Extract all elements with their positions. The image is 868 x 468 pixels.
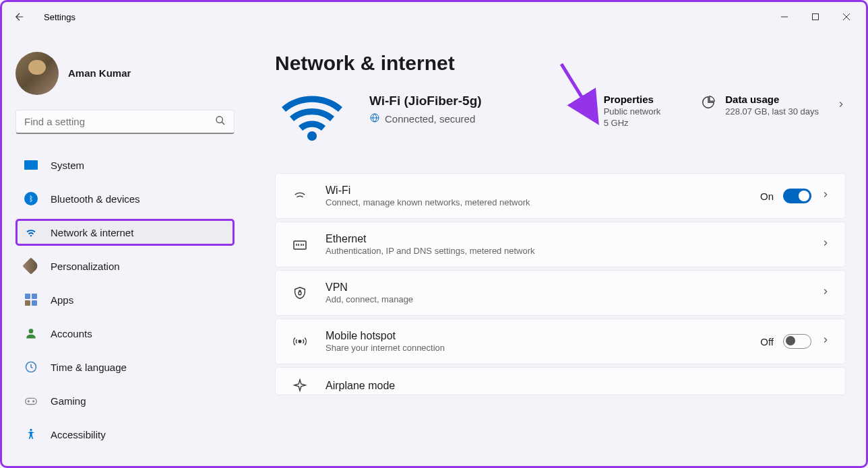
search-icon — [215, 115, 226, 129]
card-sub: Connect, manage known networks, metered … — [326, 197, 744, 207]
svg-point-8 — [30, 429, 32, 431]
sidebar-item-accounts[interactable]: Accounts — [16, 320, 235, 347]
card-sub: Share your internet connection — [326, 343, 744, 353]
hotspot-icon — [290, 334, 309, 349]
user-section[interactable]: Aman Kumar — [16, 32, 235, 110]
gaming-icon — [24, 393, 38, 408]
sidebar-item-label: System — [51, 160, 84, 171]
properties-title: Properties — [604, 94, 661, 105]
sidebar-item-system[interactable]: System — [16, 152, 235, 178]
svg-rect-12 — [299, 292, 301, 295]
properties-line2: 5 GHz — [604, 118, 661, 129]
network-header: Wi-Fi (JioFiber-5g) Connected, secured P… — [275, 94, 846, 147]
svg-point-3 — [29, 329, 34, 333]
app-title: Settings — [44, 12, 75, 22]
card-sub: Authentication, IP and DNS settings, met… — [326, 246, 805, 256]
toggle-label: Off — [760, 336, 774, 347]
wifi-toggle[interactable] — [783, 189, 811, 203]
chevron-right-icon — [836, 100, 846, 112]
svg-rect-1 — [813, 14, 819, 20]
svg-point-13 — [299, 340, 301, 343]
hotspot-card[interactable]: Mobile hotspot Share your internet conne… — [275, 319, 846, 364]
airplane-card[interactable]: Airplane mode — [275, 367, 846, 395]
card-title: VPN — [326, 281, 805, 294]
svg-point-6 — [28, 401, 29, 402]
sidebar-item-bluetooth[interactable]: ᛒ Bluetooth & devices — [16, 185, 235, 212]
sidebar-item-gaming[interactable]: Gaming — [16, 387, 235, 414]
search-input[interactable] — [24, 116, 215, 127]
globe-icon — [369, 112, 380, 125]
minimize-button[interactable] — [769, 6, 800, 28]
user-name: Aman Kumar — [68, 67, 131, 79]
info-icon — [580, 95, 594, 112]
main-content: Network & internet Wi-Fi (JioFiber-5g) C… — [248, 32, 866, 466]
wifi-icon — [290, 189, 309, 203]
accounts-icon — [24, 326, 38, 341]
sidebar-item-label: Apps — [51, 294, 73, 306]
wifi-card[interactable]: Wi-Fi Connect, manage known networks, me… — [275, 173, 846, 219]
back-button[interactable] — [6, 3, 33, 30]
data-usage-title: Data usage — [725, 94, 819, 105]
card-title: Airplane mode — [326, 380, 830, 392]
system-icon — [24, 158, 38, 172]
properties-line1: Public network — [604, 106, 661, 118]
wifi-info: Wi-Fi (JioFiber-5g) Connected, secured — [369, 94, 482, 125]
sidebar-item-apps[interactable]: Apps — [16, 286, 235, 313]
hotspot-toggle[interactable] — [783, 334, 811, 349]
svg-rect-5 — [26, 398, 37, 404]
settings-list: Wi-Fi Connect, manage known networks, me… — [275, 173, 846, 395]
svg-point-7 — [33, 401, 34, 402]
svg-rect-11 — [294, 241, 306, 249]
sidebar-item-network[interactable]: Network & internet — [16, 219, 235, 246]
sidebar-item-label: Time & language — [51, 362, 127, 373]
chevron-right-icon — [821, 287, 830, 299]
sidebar-item-accessibility[interactable]: Accessibility — [16, 421, 235, 448]
data-usage-icon — [701, 95, 716, 112]
time-icon — [24, 360, 38, 374]
minimize-icon — [780, 13, 788, 21]
wifi-icon — [24, 225, 38, 240]
back-arrow-icon — [13, 11, 26, 23]
maximize-icon — [811, 13, 819, 21]
card-title: Ethernet — [326, 233, 805, 245]
wifi-large-icon — [275, 94, 349, 147]
svg-point-2 — [216, 116, 222, 123]
chevron-right-icon — [821, 238, 830, 250]
maximize-button[interactable] — [800, 6, 831, 28]
vpn-card[interactable]: VPN Add, connect, manage — [275, 270, 846, 316]
toggle-label: On — [760, 191, 774, 202]
chevron-right-icon — [821, 335, 830, 347]
accessibility-icon — [24, 427, 38, 442]
window-controls — [769, 6, 862, 28]
airplane-icon — [290, 378, 309, 393]
sidebar-item-label: Personalization — [51, 261, 120, 272]
bluetooth-icon: ᛒ — [24, 191, 38, 206]
ethernet-icon — [290, 236, 309, 253]
vpn-shield-icon — [290, 286, 309, 300]
sidebar-item-time[interactable]: Time & language — [16, 354, 235, 380]
apps-icon — [24, 292, 38, 307]
sidebar-item-label: Network & internet — [51, 227, 133, 238]
card-sub: Add, connect, manage — [326, 294, 805, 304]
ethernet-card[interactable]: Ethernet Authentication, IP and DNS sett… — [275, 222, 846, 267]
sidebar-item-label: Bluetooth & devices — [51, 193, 140, 205]
card-title: Mobile hotspot — [326, 330, 744, 342]
titlebar: Settings — [2, 2, 866, 32]
personalization-icon — [24, 259, 38, 273]
close-button[interactable] — [831, 6, 862, 28]
wifi-ssid: Wi-Fi (JioFiber-5g) — [369, 94, 482, 108]
chevron-right-icon — [821, 190, 830, 202]
page-title: Network & internet — [275, 52, 846, 75]
properties-tile[interactable]: Properties Public network 5 GHz — [580, 94, 661, 129]
sidebar-item-label: Accounts — [51, 328, 92, 339]
wifi-status: Connected, secured — [385, 113, 475, 125]
close-icon — [842, 13, 850, 21]
sidebar: Aman Kumar System ᛒ Bluetooth & devices — [2, 32, 248, 466]
sidebar-item-personalization[interactable]: Personalization — [16, 253, 235, 279]
data-usage-sub: 228.07 GB, last 30 days — [725, 106, 819, 118]
card-title: Wi-Fi — [326, 185, 744, 197]
nav-list: System ᛒ Bluetooth & devices Network & i… — [16, 152, 235, 448]
sidebar-item-label: Accessibility — [51, 429, 106, 440]
data-usage-tile[interactable]: Data usage 228.07 GB, last 30 days — [701, 94, 846, 118]
search-box[interactable] — [16, 110, 235, 134]
